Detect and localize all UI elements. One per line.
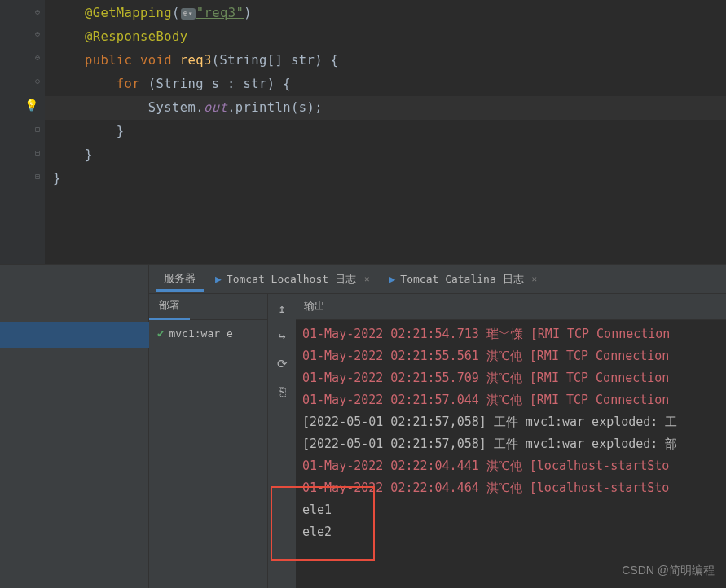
fold-end-icon[interactable]: ⊟ xyxy=(35,125,40,134)
code-line: for (String s : str) { xyxy=(45,72,726,96)
code-line-current: System.out.println(s); xyxy=(45,96,726,120)
tab-catalina-log[interactable]: ▶ Tomcat Catalina 日志 ✕ xyxy=(381,267,546,292)
console-line: [2022-05-01 02:21:57,058] 工件 mvc1:war ex… xyxy=(302,433,719,455)
panel-main: 服务器 ▶ Tomcat Localhost 日志 ✕ ▶ Tomcat Cat… xyxy=(149,265,726,588)
console-line: 01-May-2022 02:21:55.561 淇℃伅 [RMI TCP Co… xyxy=(302,345,719,367)
close-icon[interactable]: ✕ xyxy=(532,274,538,284)
annotation: @ResponseBody xyxy=(85,29,188,44)
code-content[interactable]: @GetMapping(⊕▾"req3") @ResponseBody publ… xyxy=(45,0,726,264)
tab-label: Tomcat Catalina 日志 xyxy=(400,272,523,287)
fold-end-icon[interactable]: ⊟ xyxy=(35,148,40,157)
deploy-item-label: mvc1:war e xyxy=(169,327,232,340)
close-icon[interactable]: ✕ xyxy=(364,274,370,284)
tab-label: 服务器 xyxy=(164,271,196,286)
watermark: CSDN @简明编程 xyxy=(622,564,715,578)
console-line: ele2 xyxy=(302,521,719,543)
keyword: for xyxy=(117,77,148,91)
deploy-section: 部署 ✔ mvc1:war e xyxy=(149,294,268,588)
selection-highlight xyxy=(0,322,149,348)
code-line: @GetMapping(⊕▾"req3") xyxy=(45,2,726,25)
refresh-icon[interactable]: ⟳ xyxy=(275,354,290,374)
code-line: } xyxy=(45,143,726,167)
subtab-label: 部署 xyxy=(159,299,180,311)
keyword: void xyxy=(140,53,180,68)
output-header-label: 输出 xyxy=(304,300,325,312)
intention-bulb-icon[interactable]: 💡 xyxy=(24,99,38,112)
method-name: req3 xyxy=(180,53,212,68)
redirect-icon[interactable]: ↪ xyxy=(275,327,288,346)
console-line: [2022-05-01 02:21:57,058] 工件 mvc1:war ex… xyxy=(302,411,719,433)
tab-label: Tomcat Localhost 日志 xyxy=(227,272,356,287)
console-line: 01-May-2022 02:21:54.713 璀﹀憡 [RMI TCP Co… xyxy=(302,323,719,345)
fold-icon[interactable]: ⊖ xyxy=(35,53,40,62)
console-line: 01-May-2022 02:21:55.709 淇℃伅 [RMI TCP Co… xyxy=(302,367,719,389)
code-line: } xyxy=(45,167,726,191)
console-line: ele1 xyxy=(302,499,719,521)
annotation: @GetMapping xyxy=(85,6,172,20)
panel-body: 部署 ✔ mvc1:war e ↥ ↪ ⟳ ⎘ 输出 xyxy=(149,294,726,588)
tab-localhost-log[interactable]: ▶ Tomcat Localhost 日志 ✕ xyxy=(207,267,378,292)
left-sidebar xyxy=(0,265,149,588)
code-line: public void req3(String[] str) { xyxy=(45,49,726,72)
static-field: out xyxy=(204,100,227,115)
output-toolbar: ↥ ↪ ⟳ ⎘ xyxy=(268,294,296,588)
check-icon: ✔ xyxy=(157,327,164,340)
code-line: @ResponseBody xyxy=(45,25,726,49)
output-header: 输出 xyxy=(296,294,726,320)
output-content: 输出 01-May-2022 02:21:54.713 璀﹀憡 [RMI TCP… xyxy=(296,294,726,588)
text-cursor xyxy=(323,101,323,116)
bottom-panel: 服务器 ▶ Tomcat Localhost 日志 ✕ ▶ Tomcat Cat… xyxy=(0,264,726,588)
editor-gutter: ⊖ ⊖ ⊖ ⊖ 💡 ⊟ ⊟ ⊟ xyxy=(0,0,45,264)
fold-end-icon[interactable]: ⊟ xyxy=(35,172,40,181)
fold-icon[interactable]: ⊖ xyxy=(35,7,40,16)
string-literal: "req3" xyxy=(196,6,244,20)
deploy-item[interactable]: ✔ mvc1:war e xyxy=(149,320,267,346)
fold-icon[interactable]: ⊖ xyxy=(35,29,40,38)
play-icon: ▶ xyxy=(215,273,222,285)
play-icon: ▶ xyxy=(389,273,396,285)
export-icon[interactable]: ⎘ xyxy=(276,382,288,402)
console-line: 01-May-2022 02:22:04.441 淇℃伅 [localhost-… xyxy=(302,455,719,477)
code-line: } xyxy=(45,120,726,143)
subtab-deploy[interactable]: 部署 xyxy=(149,293,190,320)
deploy-subtabs: 部署 xyxy=(149,294,267,320)
fold-icon[interactable]: ⊖ xyxy=(35,77,40,86)
console-line: 01-May-2022 02:21:57.044 淇℃伅 [RMI TCP Co… xyxy=(302,389,719,411)
scroll-up-icon[interactable]: ↥ xyxy=(275,299,288,318)
tab-server[interactable]: 服务器 xyxy=(156,266,204,292)
tab-bar: 服务器 ▶ Tomcat Localhost 日志 ✕ ▶ Tomcat Cat… xyxy=(149,265,726,294)
console-output[interactable]: 01-May-2022 02:21:54.713 璀﹀憡 [RMI TCP Co… xyxy=(296,320,726,588)
editor-area: ⊖ ⊖ ⊖ ⊖ 💡 ⊟ ⊟ ⊟ @GetMapping(⊕▾"req3") @R… xyxy=(0,0,726,264)
globe-icon: ⊕▾ xyxy=(181,8,196,20)
keyword: public xyxy=(85,53,140,68)
output-section: ↥ ↪ ⟳ ⎘ 输出 01-May-2022 02:21:54.713 璀﹀憡 … xyxy=(268,294,726,588)
console-line: 01-May-2022 02:22:04.464 淇℃伅 [localhost-… xyxy=(302,477,719,499)
